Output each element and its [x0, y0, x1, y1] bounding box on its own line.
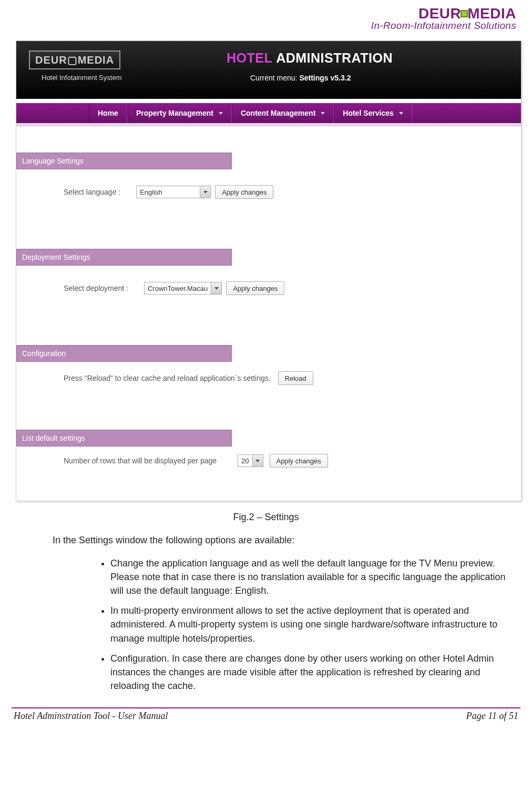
nav-spacer [16, 103, 89, 123]
rows-per-page-value: 20 [238, 457, 252, 465]
current-menu-value: Settings v5.3.2 [299, 74, 351, 82]
dropdown-button[interactable] [252, 455, 263, 467]
dropdown-button[interactable] [211, 282, 221, 294]
app-logo: DEUR▢MEDIA [29, 50, 120, 69]
select-language-label: Select language : [64, 188, 120, 196]
select-deployment-label: Select deployment : [64, 284, 128, 292]
nav-label: Property Management [136, 109, 213, 117]
app-header: DEUR▢MEDIA Hotel Infotainment System HOT… [16, 41, 521, 99]
brand-name-post: MEDIA [467, 5, 516, 22]
list-default-settings-heading: List default settings [16, 430, 232, 447]
language-select[interactable]: English [136, 186, 211, 198]
chevron-down-icon [321, 112, 325, 115]
app-screenshot: DEUR▢MEDIA Hotel Infotainment System HOT… [16, 40, 521, 501]
nav-label: Home [98, 109, 118, 117]
app-logo-subtitle: Hotel Infotainment System [42, 74, 121, 82]
dropdown-button[interactable] [200, 186, 210, 198]
footer-right: Page 11 of 51 [466, 711, 518, 722]
apply-rows-button[interactable]: Apply changes [270, 454, 328, 468]
reload-button[interactable]: Reload [278, 371, 313, 385]
deployment-select-value: CrownTower.Macau [145, 285, 211, 292]
chevron-down-icon [219, 112, 223, 115]
app-title: HOTEL ADMINISTRATION [227, 50, 393, 66]
language-select-value: English [137, 188, 200, 196]
apply-language-button[interactable]: Apply changes [215, 185, 273, 199]
nav-home[interactable]: Home [89, 103, 127, 123]
deployment-select[interactable]: CrownTower.Macau [144, 282, 222, 295]
app-title-part2: ADMINISTRATION [276, 50, 393, 65]
navbar: Home Property Management Content Managem… [16, 103, 521, 123]
nav-hotel-services[interactable]: Hotel Services [334, 103, 412, 123]
doc-body: In the Settings window the following opt… [0, 533, 532, 693]
app-logo-block: DEUR▢MEDIA Hotel Infotainment System [16, 41, 121, 82]
chevron-down-icon [255, 460, 260, 462]
chevron-down-icon [203, 191, 208, 194]
brand-name-pre: DEUR [418, 5, 461, 22]
chevron-down-icon [214, 287, 219, 290]
bullet-item: Change the application language and as w… [110, 556, 511, 597]
nav-label: Content Management [241, 109, 315, 117]
current-menu: Current menu: Settings v5.3.2 [250, 74, 351, 82]
nav-label: Hotel Services [343, 109, 394, 117]
doc-bullets: Change the application language and as w… [53, 556, 511, 693]
apply-deployment-button[interactable]: Apply changes [226, 281, 284, 295]
bullet-item: Configuration. In case there are changes… [110, 652, 511, 693]
bullet-item: In multi-property environment allows to … [110, 604, 511, 645]
language-settings-heading: Language Settings [16, 153, 232, 169]
page-footer: Hotel Adminstration Tool - User Manual P… [0, 708, 532, 731]
doc-intro: In the Settings window the following opt… [53, 533, 511, 547]
rows-per-page-label: Number of rows that will be displayed pe… [64, 457, 217, 465]
rows-per-page-select[interactable]: 20 [238, 454, 263, 467]
nav-content-management[interactable]: Content Management [232, 103, 334, 123]
configuration-text: Press "Reload" to clear cache and reload… [64, 374, 271, 382]
current-menu-label: Current menu: [250, 74, 297, 82]
app-title-part1: HOTEL [227, 50, 272, 65]
nav-property-management[interactable]: Property Management [127, 103, 232, 123]
page-brand: DEURMEDIA In-Room-Infotainment Solutions [0, 0, 532, 34]
nav-underline [16, 123, 521, 126]
footer-left: Hotel Adminstration Tool - User Manual [14, 711, 168, 722]
brand-tagline: In-Room-Infotainment Solutions [0, 20, 516, 32]
chevron-down-icon [399, 112, 403, 115]
figure-caption: Fig.2 – Settings [0, 512, 532, 523]
deployment-settings-heading: Deployment Settings [16, 249, 232, 266]
configuration-heading: Configuration [16, 345, 232, 362]
